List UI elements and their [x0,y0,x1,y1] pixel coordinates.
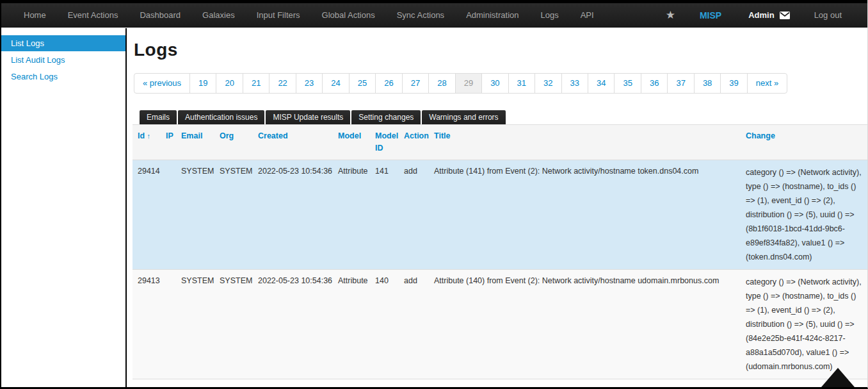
nav-item-global-actions[interactable]: Global Actions [311,3,386,28]
cell-title: Attribute (139) from Event (2): Network … [429,379,741,388]
nav-logout[interactable]: Log out [796,10,853,20]
nav-item-sync-actions[interactable]: Sync Actions [386,3,455,28]
main-menu: Home Event Actions Dashboard Galaxies In… [1,3,605,28]
cell-ip [161,379,176,388]
cell-email: SYSTEM [176,270,214,379]
pagination-page[interactable]: 30 [481,74,508,93]
cell-action: add [399,379,429,388]
brand-misp[interactable]: MISP [684,10,737,21]
pagination-next[interactable]: next » [747,74,787,93]
nav-user-label: Admin [748,10,774,20]
pagination-page[interactable]: 28 [428,74,454,93]
nav-item-event-actions[interactable]: Event Actions [57,3,129,28]
star-icon[interactable]: ★ [657,8,684,22]
cell-change: category () => (Network activity), type … [741,270,867,379]
pagination: « previous 19 20 21 22 23 24 25 26 27 28… [134,73,787,94]
table-row[interactable]: 29414 SYSTEM SYSTEM 2022-05-23 10:54:36 … [133,160,867,270]
cell-action: add [399,160,429,270]
filter-tab-warnings-and-errors[interactable]: Warnings and errors [422,110,505,124]
log-filter-tabs: Emails Authentication issues MISP Update… [140,110,867,124]
nav-user[interactable]: Admin [737,10,796,20]
column-header-model[interactable]: Model [333,125,370,160]
pagination-previous[interactable]: « previous [134,74,189,93]
navbar-right: ★ MISP Admin Log out [657,8,853,22]
column-header-model-id[interactable]: Model ID [370,125,399,160]
column-header-title[interactable]: Title [429,125,741,160]
cell-title: Attribute (141) from Event (2): Network … [429,160,741,270]
cell-email: SYSTEM [176,379,214,388]
misp-logs-page: Home Event Actions Dashboard Galaxies In… [0,0,868,389]
nav-item-galaxies[interactable]: Galaxies [191,3,246,28]
column-header-change[interactable]: Change [741,125,867,160]
column-header-email[interactable]: Email [176,125,214,160]
scroll-to-top-arrow-icon[interactable] [821,368,855,387]
nav-item-logs[interactable]: Logs [530,3,570,28]
pagination-page[interactable]: 25 [349,74,375,93]
pagination-page[interactable]: 27 [402,74,428,93]
nav-item-input-filters[interactable]: Input Filters [246,3,311,28]
sidebar-item-search-logs[interactable]: Search Logs [1,69,125,85]
cell-ip [161,270,176,379]
column-header-org[interactable]: Org [214,125,253,160]
pagination-page[interactable]: 24 [322,74,348,93]
column-header-id[interactable]: Id ↑ [133,125,161,160]
nav-item-dashboard[interactable]: Dashboard [129,3,191,28]
cell-id: 29414 [133,160,161,270]
filter-tab-setting-changes[interactable]: Setting changes [351,110,421,124]
pagination-page[interactable]: 31 [508,74,534,93]
logs-table: Id ↑ IP Email Org Created Model Model ID… [133,124,867,387]
pagination-page[interactable]: 32 [534,74,561,93]
sort-ascending-icon: ↑ [147,132,151,140]
pagination-page[interactable]: 22 [269,74,295,93]
cell-model-id: 139 [370,379,399,388]
pagination-page[interactable]: 39 [720,74,746,93]
cell-created: 2022-05-23 10:54:36 [253,379,333,388]
filter-tab-emails[interactable]: Emails [140,110,177,124]
pagination-page[interactable]: 33 [561,74,588,93]
filter-tab-authentication-issues[interactable]: Authentication issues [178,110,264,124]
envelope-icon[interactable] [780,12,790,19]
nav-item-administration[interactable]: Administration [455,3,529,28]
cell-org: SYSTEM [214,270,253,379]
sidebar: List Logs List Audit Logs Search Logs [1,28,127,387]
sidebar-item-list-logs[interactable]: List Logs [1,35,125,51]
page-title: Logs [134,40,867,60]
pagination-page[interactable]: 36 [641,74,667,93]
pagination-page[interactable]: 37 [667,74,693,93]
pagination-page[interactable]: 38 [694,74,720,93]
table-header-row: Id ↑ IP Email Org Created Model Model ID… [133,125,867,160]
cell-email: SYSTEM [176,160,214,270]
cell-created: 2022-05-23 10:54:36 [253,160,333,270]
cell-title: Attribute (140) from Event (2): Network … [429,270,741,379]
nav-item-api[interactable]: API [570,3,605,28]
cell-org: SYSTEM [214,379,253,388]
cell-change: category () => (Network activity), type … [741,160,867,270]
main-content: Logs « previous 19 20 21 22 23 24 25 26 … [128,28,867,387]
column-header-ip[interactable]: IP [161,125,176,160]
cell-created: 2022-05-23 10:54:36 [253,270,333,379]
sidebar-item-list-audit-logs[interactable]: List Audit Logs [1,52,125,68]
pagination-page[interactable]: 19 [189,74,216,93]
pagination-page[interactable]: 35 [614,74,640,93]
top-navbar: Home Event Actions Dashboard Galaxies In… [1,3,867,28]
column-header-action[interactable]: Action [399,125,429,160]
pagination-page[interactable]: 26 [375,74,401,93]
cell-id: 29413 [133,270,161,379]
pagination-page[interactable]: 23 [296,74,322,93]
cell-model: Attribute [333,160,370,270]
cell-id: 29412 [133,379,161,388]
cell-ip [161,160,176,270]
pagination-page[interactable]: 20 [216,74,242,93]
cell-model: Attribute [333,270,370,379]
pagination-page[interactable]: 21 [243,74,269,93]
column-header-created[interactable]: Created [253,125,333,160]
cell-model: Attribute [333,379,370,388]
filter-tab-misp-update-results[interactable]: MISP Update results [266,110,350,124]
table-row[interactable]: 29413 SYSTEM SYSTEM 2022-05-23 10:54:36 … [133,270,867,379]
cell-model-id: 140 [370,270,399,379]
cell-model-id: 141 [370,160,399,270]
table-row[interactable]: 29412 SYSTEM SYSTEM 2022-05-23 10:54:36 … [133,379,867,388]
nav-item-home[interactable]: Home [13,3,57,28]
cell-org: SYSTEM [214,160,253,270]
pagination-page[interactable]: 34 [588,74,614,93]
